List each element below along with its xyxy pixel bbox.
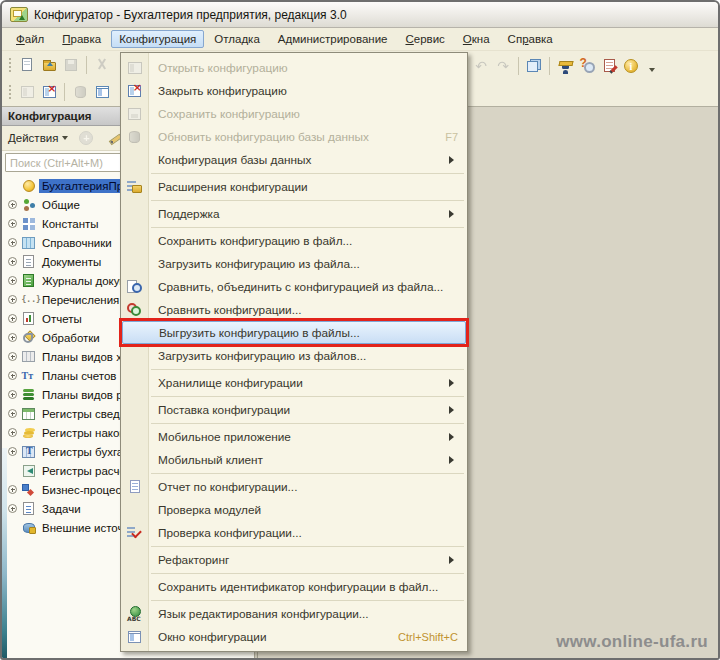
expand-plus-icon[interactable] [8,219,17,228]
catalogs-icon [21,235,36,250]
expand-plus-icon[interactable] [8,409,17,418]
info-button[interactable] [620,55,642,77]
menu-item-load-configuration-from-file[interactable]: Загрузить конфигурацию из файла... [121,252,467,275]
compare-icon [125,301,144,318]
information-registers-icon [21,406,36,421]
add-icon [79,131,93,145]
actions-button[interactable]: Действия [8,132,68,144]
expand-plus-icon[interactable] [8,504,17,513]
menu-item-configuration-window[interactable]: Окно конфигурацииCtrl+Shift+C [121,625,467,648]
info-icon [624,59,638,73]
menu-separator [151,173,464,174]
expand-plus-icon[interactable] [8,200,17,209]
expand-plus-icon[interactable] [8,257,17,266]
expand-plus-icon[interactable] [8,276,17,285]
submenu-arrow-icon [449,406,458,414]
menu-item-db-configuration[interactable]: Конфигурация базы данных [121,148,467,171]
menu-item-close-configuration[interactable]: Закрыть конфигурацию [121,79,467,102]
menu-item-refactoring[interactable]: Рефакторинг [121,548,467,571]
toolbar-grip[interactable] [7,56,12,74]
menu-item-configuration-delivery[interactable]: Поставка конфигурации [121,398,467,421]
menu-item-label: Мобильный клиент [158,453,441,467]
submenu-arrow-icon [449,156,458,164]
menu-item-support[interactable]: Поддержка [121,202,467,225]
menu-item-label: Сохранить конфигурацию в файл... [158,234,458,248]
configuration-window-icon [96,86,109,98]
menu-item-mobile-client[interactable]: Мобильный клиент [121,448,467,471]
menu-item-label: Выгрузить конфигурацию в файлы... [159,326,456,340]
menu-separator [151,473,464,474]
add-button [75,127,97,149]
dropdown-arrow-button[interactable] [642,55,664,77]
chart-of-calculation-types-icon [21,387,36,402]
toolbar-separator [86,56,87,74]
expand-plus-icon[interactable] [8,371,17,380]
syntax-check-button[interactable] [554,55,576,77]
expand-plus-icon[interactable] [8,333,17,342]
menu-item-load-configuration-from-files[interactable]: Загрузить конфигурацию из файлов... [121,344,467,367]
syntax-check-icon [558,59,572,73]
open-file-icon [43,62,56,71]
edit-document-button[interactable] [598,55,620,77]
menu-item-mobile-application[interactable]: Мобильное приложение [121,425,467,448]
expand-plus-icon[interactable] [8,352,17,361]
close-configuration-icon [43,86,56,98]
menubar-item-configuration[interactable]: Конфигурация [111,30,204,48]
menubar-item-service[interactable]: Сервис [397,30,452,48]
menu-item-label: Сохранить идентификатор конфигурации в ф… [158,580,458,594]
expand-plus-icon[interactable] [8,428,17,437]
menu-separator [151,396,464,397]
edit-document-icon [604,59,615,72]
menu-separator [151,546,464,547]
menu-item-configuration-extensions[interactable]: Расширения конфигурации [121,175,467,198]
menu-item-compare-merge-with-file[interactable]: Сравнить, объединить с конфигурацией из … [121,275,467,298]
menu-item-check-configuration[interactable]: Проверка конфигурации... [121,521,467,544]
expand-plus-icon[interactable] [8,485,17,494]
menu-item-save-configuration-id-to-file[interactable]: Сохранить идентификатор конфигурации в ф… [121,575,467,598]
new-document-button[interactable] [16,54,38,76]
menubar-item-help[interactable]: Справка [500,30,561,48]
menu-item-label: Поставка конфигурации [158,403,441,417]
expand-plus-icon[interactable] [8,238,17,247]
watermark: www.online-ufa.ru [556,632,708,652]
check-config-icon [125,524,144,541]
left-scroll-strip[interactable] [2,448,7,658]
expand-plus-icon[interactable] [8,447,17,456]
help-index-button[interactable] [576,55,598,77]
menu-item-label: Рефакторинг [158,553,441,567]
menu-item-check-modules[interactable]: Проверка модулей [121,498,467,521]
menu-item-configuration-repository[interactable]: Хранилище конфигурации [121,371,467,394]
menubar-item-windows[interactable]: Окна [455,30,498,48]
menu-bar: ФайлПравкаКонфигурацияОтладкаАдминистрир… [2,28,718,50]
menu-item-configuration-report[interactable]: Отчет по конфигурации... [121,475,467,498]
menu-separator [151,227,464,228]
menu-item-compare-configurations[interactable]: Сравнить конфигурации... [121,298,467,321]
open-file-button[interactable] [38,54,60,76]
menu-item-dump-configuration-to-files[interactable]: Выгрузить конфигурацию в файлы... [122,321,466,344]
menu-separator [151,200,464,201]
menubar-item-administration[interactable]: Администрирование [270,30,396,48]
expand-plus-icon[interactable] [8,314,17,323]
configuration-menu: Открыть конфигурациюЗакрыть конфигурацию… [120,52,468,652]
menu-item-save-configuration-to-file[interactable]: Сохранить конфигурацию в файл... [121,229,467,252]
new-document-icon [22,58,32,71]
documents-icon [21,254,36,269]
menubar-item-file[interactable]: Файл [8,30,52,48]
menu-item-configuration-edit-language[interactable]: Язык редактирования конфигурации... [121,602,467,625]
expand-plus-icon[interactable] [8,295,17,304]
expand-plus-icon[interactable] [8,390,17,399]
chart-of-accounts-icon [21,368,36,383]
language-icon [125,605,144,622]
menubar-item-debug[interactable]: Отладка [206,30,267,48]
toolbar-grip[interactable] [7,83,12,101]
cut-icon [96,58,108,71]
help-index-icon [580,59,595,73]
configuration-window-button[interactable] [91,81,113,103]
menu-item-label: Проверка конфигурации... [158,526,458,540]
actions-label: Действия [8,132,58,144]
dropdown-arrow-icon [649,59,657,73]
windows-button[interactable] [523,55,545,77]
menubar-item-edit[interactable]: Правка [54,30,109,48]
toolbar-support [470,52,664,79]
close-configuration-button[interactable] [38,81,60,103]
